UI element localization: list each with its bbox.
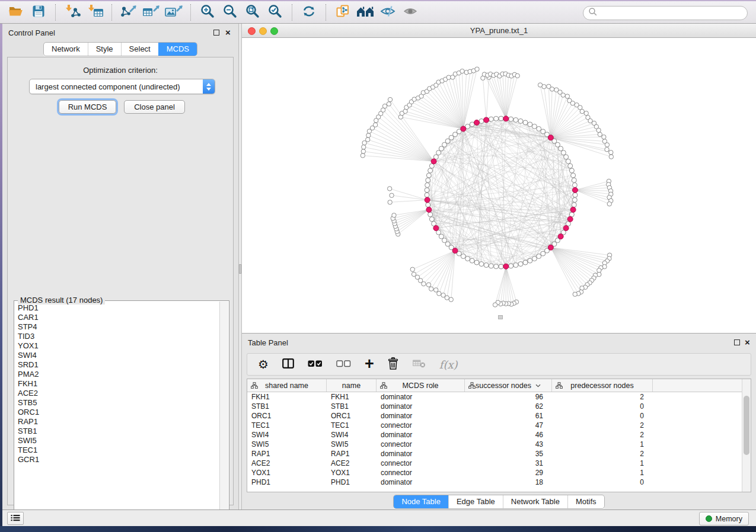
column-header-predecessor-nodes[interactable]: predecessor nodes	[552, 379, 653, 392]
mcds-result-item[interactable]: TEC1	[15, 446, 220, 455]
import-network-button[interactable]	[61, 3, 84, 22]
delete-column-button[interactable]	[388, 357, 398, 372]
table-row[interactable]: TEC1TEC1connector472	[247, 421, 751, 430]
mcds-result-item[interactable]: STP4	[15, 322, 220, 332]
node-table-header: shared namenameMCDS rolesuccessor nodesp…	[247, 379, 751, 392]
zoom-fit-button[interactable]	[241, 3, 264, 22]
column-header-successor-nodes[interactable]: successor nodes	[465, 379, 552, 392]
mcds-result-item[interactable]: SRD1	[15, 360, 220, 370]
table-scrollbar[interactable]	[742, 379, 751, 492]
tab-style[interactable]: Style	[88, 43, 121, 56]
search-icon	[588, 7, 598, 19]
mcds-result-item[interactable]: SWI4	[15, 351, 220, 360]
desktop-wallpaper-edge	[0, 24, 2, 526]
export-image-button[interactable]	[162, 3, 185, 22]
task-history-button[interactable]	[7, 512, 24, 525]
close-table-panel-icon[interactable]: ×	[745, 339, 750, 345]
clone-network-button[interactable]	[331, 3, 354, 22]
show-hidden-button[interactable]	[399, 3, 422, 22]
zoom-in-button[interactable]	[196, 3, 219, 22]
mcds-result-item[interactable]: PMA2	[15, 370, 220, 379]
table-row[interactable]: SWI5SWI5connector431	[247, 440, 751, 449]
mcds-result-item[interactable]: STB1	[15, 427, 220, 436]
table-cell: 35	[465, 450, 552, 458]
add-column-button[interactable]: +	[365, 357, 374, 372]
table-tab-edge-table[interactable]: Edge Table	[448, 495, 503, 508]
gear-icon: ⚙	[258, 358, 269, 370]
table-row[interactable]: ACE2ACE2connector311	[247, 459, 751, 468]
tab-mcds[interactable]: MCDS	[158, 43, 197, 56]
tab-network[interactable]: Network	[44, 43, 88, 56]
close-panel-button[interactable]: Close panel	[124, 100, 185, 114]
eye-slash-icon	[380, 5, 395, 20]
table-row[interactable]: RAP1RAP1dominator352	[247, 449, 751, 459]
table-row[interactable]: STB1STB1dominator620	[247, 402, 751, 411]
mcds-result-item[interactable]: STB5	[15, 398, 220, 408]
export-network-button[interactable]	[117, 3, 140, 22]
search-field[interactable]	[583, 6, 748, 20]
mcds-result-item[interactable]: CAR1	[15, 313, 220, 322]
export-table-button[interactable]	[140, 3, 162, 22]
mcds-result-item[interactable]: YOX1	[15, 341, 220, 351]
float-table-panel-icon[interactable]	[734, 339, 740, 345]
column-header-shared-name[interactable]: shared name	[247, 379, 327, 392]
close-panel-icon[interactable]: ×	[225, 30, 231, 36]
table-cell: YOX1	[327, 469, 377, 477]
select-all-rows-button[interactable]	[308, 357, 323, 372]
mcds-result-item[interactable]: RAP1	[15, 417, 220, 427]
mcds-result-item[interactable]: ORC1	[15, 408, 220, 417]
mcds-list-scrollbar[interactable]	[219, 302, 228, 520]
network-canvas[interactable]	[242, 38, 756, 333]
refresh-view-button[interactable]	[298, 3, 320, 22]
mcds-result-list: PHD1CAR1STP4TID3YOX1SWI4SRD1PMA2FKH1ACE2…	[15, 303, 220, 520]
import-table-button[interactable]	[84, 3, 106, 22]
run-mcds-button[interactable]: Run MCDS	[59, 100, 116, 114]
table-tab-motifs[interactable]: Motifs	[567, 495, 604, 508]
status-bar: Memory	[0, 509, 756, 526]
network-titlebar[interactable]: YPA_prune.txt_1	[242, 24, 756, 38]
deselect-all-rows-button[interactable]	[336, 357, 351, 372]
mcds-result-groupbox: MCDS result (17 nodes) PHD1CAR1STP4TID3Y…	[14, 300, 229, 521]
search-input[interactable]	[600, 8, 747, 18]
zoom-selected-button[interactable]	[264, 3, 286, 22]
table-cell: dominator	[377, 431, 465, 439]
float-panel-icon[interactable]	[213, 30, 219, 36]
table-tab-node-table[interactable]: Node Table	[394, 495, 448, 508]
hide-selected-button[interactable]	[377, 3, 399, 22]
mcds-result-item[interactable]: TID3	[15, 332, 220, 341]
mcds-result-item[interactable]: FKH1	[15, 379, 220, 389]
table-row[interactable]: PHD1PHD1dominator180	[247, 477, 751, 487]
table-row[interactable]: SWI4SWI4dominator462	[247, 430, 751, 440]
table-cell: ACE2	[247, 459, 327, 467]
tab-select[interactable]: Select	[121, 43, 158, 56]
mcds-result-item[interactable]: ACE2	[15, 389, 220, 398]
open-file-button[interactable]	[5, 3, 27, 22]
table-cell: 46	[465, 431, 552, 439]
table-row[interactable]: YOX1YOX1connector291	[247, 468, 751, 477]
table-cell: FKH1	[327, 393, 377, 401]
toggle-columns-button[interactable]	[282, 357, 294, 372]
mcds-result-item[interactable]: SWI5	[15, 436, 220, 446]
apply-function-button[interactable]: f(x)	[439, 357, 458, 372]
horizontal-splitter-handle[interactable]	[498, 315, 503, 319]
copy-pages-icon	[335, 4, 350, 21]
delete-table-icon	[412, 358, 426, 370]
save-session-button[interactable]	[27, 3, 50, 22]
zoom-out-button[interactable]	[219, 3, 241, 22]
first-neighbors-button[interactable]	[354, 3, 377, 22]
column-header-name[interactable]: name	[327, 379, 377, 392]
table-row[interactable]: FKH1FKH1dominator962	[247, 392, 751, 402]
memory-button[interactable]: Memory	[699, 512, 749, 525]
table-tabs-row: Node TableEdge TableNetwork TableMotifs	[242, 495, 756, 509]
delete-table-button[interactable]	[412, 357, 426, 372]
splitter-handle[interactable]	[239, 264, 241, 274]
table-tab-network-table[interactable]: Network Table	[503, 495, 567, 508]
column-header-MCDS-role[interactable]: MCDS role	[377, 379, 465, 392]
table-scrollbar-thumb[interactable]	[744, 396, 749, 455]
optimization-criterion-select[interactable]: largest connected component (undirected)	[29, 79, 215, 94]
table-row[interactable]: ORC1ORC1dominator610	[247, 411, 751, 421]
table-settings-button[interactable]: ⚙	[258, 357, 269, 372]
mcds-result-item[interactable]: PHD1	[15, 303, 220, 313]
unchecked-boxes-icon	[336, 359, 351, 370]
mcds-result-item[interactable]: GCR1	[15, 455, 220, 464]
